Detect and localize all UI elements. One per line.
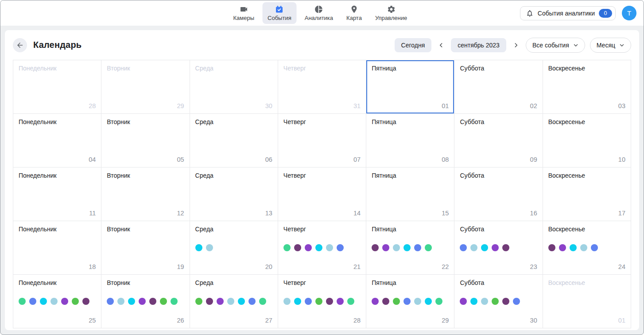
- calendar-cell[interactable]: Среда13: [190, 168, 278, 221]
- event-dot-lightblue[interactable]: [117, 298, 124, 305]
- event-dot-purple[interactable]: [337, 298, 344, 305]
- event-dot-plum[interactable]: [294, 244, 301, 251]
- event-dot-plum[interactable]: [548, 244, 555, 251]
- event-dot-lightblue[interactable]: [283, 298, 291, 305]
- calendar-cell[interactable]: Суббота30: [454, 275, 543, 328]
- nav-item-map[interactable]: Карта: [341, 2, 367, 24]
- event-dot-lightblue[interactable]: [470, 244, 477, 251]
- event-dot-green[interactable]: [492, 298, 499, 305]
- calendar-cell[interactable]: Пятница01: [366, 60, 454, 114]
- calendar-cell[interactable]: Среда20: [190, 221, 278, 275]
- event-dot-lightblue[interactable]: [326, 244, 333, 251]
- event-dot-blue[interactable]: [248, 298, 256, 305]
- event-dot-purple[interactable]: [460, 298, 467, 305]
- event-dot-purple[interactable]: [217, 298, 224, 305]
- event-dot-cyan[interactable]: [294, 298, 301, 305]
- event-dot-green[interactable]: [160, 298, 167, 305]
- event-dot-purple[interactable]: [382, 244, 389, 251]
- event-dot-green[interactable]: [195, 298, 202, 305]
- event-dot-green[interactable]: [72, 298, 79, 305]
- event-dot-cyan[interactable]: [470, 298, 477, 305]
- event-dot-emerald[interactable]: [171, 298, 178, 305]
- event-dot-lightblue[interactable]: [206, 244, 213, 251]
- event-dot-green[interactable]: [315, 298, 322, 305]
- calendar-cell[interactable]: Четверг14: [278, 168, 366, 221]
- event-dot-emerald[interactable]: [259, 298, 266, 305]
- calendar-cell[interactable]: Четверг28: [278, 275, 366, 328]
- event-dot-blue[interactable]: [403, 298, 411, 305]
- event-dot-purple[interactable]: [492, 244, 499, 251]
- event-dot-cyan[interactable]: [425, 298, 432, 305]
- nav-item-events[interactable]: События: [262, 2, 297, 24]
- calendar-cell[interactable]: Воскресенье17: [543, 168, 631, 221]
- event-dot-lightblue[interactable]: [393, 244, 400, 251]
- calendar-cell[interactable]: Суббота23: [454, 221, 543, 275]
- event-dot-cyan[interactable]: [403, 244, 411, 251]
- event-dot-blue[interactable]: [107, 298, 114, 305]
- event-dot-emerald[interactable]: [425, 244, 432, 251]
- today-button[interactable]: Сегодня: [395, 38, 432, 52]
- calendar-cell[interactable]: Воскресенье03: [543, 60, 631, 114]
- calendar-cell[interactable]: Понедельник28: [13, 60, 101, 114]
- event-dot-lightblue[interactable]: [481, 298, 488, 305]
- event-dot-cyan[interactable]: [195, 244, 202, 251]
- calendar-cell[interactable]: Вторник26: [101, 275, 190, 328]
- event-dot-cyan[interactable]: [570, 244, 577, 251]
- event-dot-blue[interactable]: [337, 244, 344, 251]
- calendar-cell[interactable]: Пятница08: [366, 114, 454, 168]
- prev-month-button[interactable]: [436, 40, 446, 50]
- calendar-cell[interactable]: Вторник29: [101, 60, 190, 114]
- calendar-cell[interactable]: Воскресенье01: [543, 275, 631, 328]
- event-dot-cyan[interactable]: [481, 244, 488, 251]
- event-dot-blue[interactable]: [414, 244, 421, 251]
- event-dot-purple[interactable]: [61, 298, 68, 305]
- event-dot-purple[interactable]: [305, 244, 312, 251]
- avatar[interactable]: T: [622, 6, 636, 20]
- event-dot-purple[interactable]: [559, 244, 566, 251]
- event-dot-plum[interactable]: [149, 298, 156, 305]
- calendar-cell[interactable]: Вторник19: [101, 221, 190, 275]
- calendar-cell[interactable]: Среда27: [190, 275, 278, 328]
- event-dot-cyan[interactable]: [238, 298, 245, 305]
- calendar-cell[interactable]: Суббота09: [454, 114, 543, 168]
- analytics-events-button[interactable]: События аналитики 0: [520, 6, 616, 20]
- calendar-cell[interactable]: Среда06: [190, 114, 278, 168]
- event-dot-green[interactable]: [393, 298, 400, 305]
- calendar-cell[interactable]: Среда30: [190, 60, 278, 114]
- calendar-cell[interactable]: Четверг31: [278, 60, 366, 114]
- nav-item-management[interactable]: Управление: [370, 2, 412, 24]
- event-dot-purple[interactable]: [139, 298, 146, 305]
- event-dot-cyan[interactable]: [40, 298, 47, 305]
- event-dot-blue[interactable]: [591, 244, 598, 251]
- event-filter-dropdown[interactable]: Все события: [526, 38, 585, 53]
- calendar-cell[interactable]: Суббота16: [454, 168, 543, 221]
- event-dot-emerald[interactable]: [19, 298, 26, 305]
- event-dot-lightblue[interactable]: [227, 298, 234, 305]
- event-dot-cyan[interactable]: [128, 298, 135, 305]
- month-selector[interactable]: сентябрь 2023: [451, 38, 506, 52]
- event-dot-blue[interactable]: [305, 298, 312, 305]
- event-dot-cyan[interactable]: [315, 244, 322, 251]
- event-dot-plum[interactable]: [82, 298, 89, 305]
- event-dot-plum[interactable]: [502, 244, 509, 251]
- calendar-cell[interactable]: Суббота02: [454, 60, 543, 114]
- event-dot-emerald[interactable]: [435, 298, 442, 305]
- nav-item-analytics[interactable]: Аналитика: [299, 2, 338, 24]
- event-dot-plum[interactable]: [372, 244, 379, 251]
- view-mode-dropdown[interactable]: Месяц: [590, 38, 631, 53]
- calendar-cell[interactable]: Вторник12: [101, 168, 190, 221]
- nav-item-cameras[interactable]: Камеры: [228, 2, 260, 24]
- event-dot-plum[interactable]: [382, 298, 389, 305]
- event-dot-plum[interactable]: [206, 298, 213, 305]
- event-dot-plum[interactable]: [326, 298, 333, 305]
- event-dot-blue[interactable]: [29, 298, 36, 305]
- event-dot-purple[interactable]: [372, 298, 379, 305]
- calendar-cell[interactable]: Понедельник11: [13, 168, 101, 221]
- calendar-cell[interactable]: Понедельник25: [13, 275, 101, 328]
- event-dot-lightblue[interactable]: [580, 244, 587, 251]
- event-dot-emerald[interactable]: [347, 298, 354, 305]
- calendar-cell[interactable]: Вторник05: [101, 114, 190, 168]
- calendar-cell[interactable]: Понедельник04: [13, 114, 101, 168]
- calendar-cell[interactable]: Пятница15: [366, 168, 454, 221]
- next-month-button[interactable]: [511, 40, 521, 50]
